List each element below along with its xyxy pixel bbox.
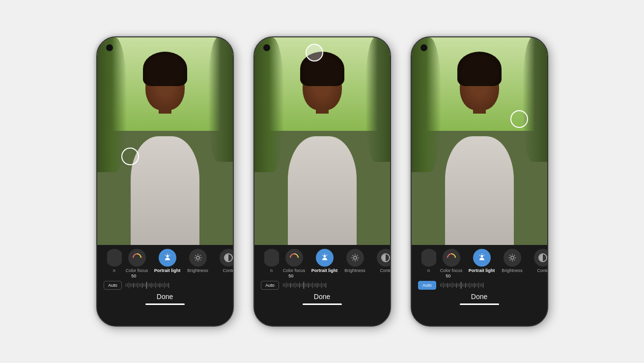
done-line-2 bbox=[303, 303, 342, 305]
phone-container-2: n Color focus bbox=[253, 36, 391, 327]
svg-line-24 bbox=[357, 255, 358, 256]
ctrl-item-colorfocus-3[interactable]: Color focus bbox=[436, 249, 467, 273]
ctrl-icon-brightness-3 bbox=[504, 249, 521, 267]
contrast-icon-1 bbox=[224, 253, 233, 262]
person-hair bbox=[143, 52, 187, 86]
ctrl-item-partial-1: n bbox=[107, 249, 122, 273]
svg-line-10 bbox=[199, 260, 200, 261]
ctrl-label-brightness-1: Brightness bbox=[187, 268, 208, 273]
ctrl-label-contrast-1: Contr bbox=[223, 268, 232, 273]
brightness-icon-3 bbox=[508, 253, 517, 262]
phone-power-button bbox=[233, 106, 234, 133]
done-button-1[interactable]: Done bbox=[157, 293, 173, 301]
ctrl-label-n-2: n bbox=[270, 268, 273, 273]
ctrl-item-contrast-3[interactable]: Contr bbox=[528, 249, 547, 273]
ctrl-item-contrast-2[interactable]: Contr bbox=[370, 249, 390, 273]
ctrl-item-colorfocus-2[interactable]: Color focus bbox=[279, 249, 309, 273]
portrait-light-icon-1 bbox=[163, 253, 172, 263]
slider-track-1[interactable] bbox=[126, 281, 226, 289]
tree-right bbox=[208, 37, 233, 162]
value-row-2: 50 bbox=[261, 273, 383, 278]
svg-line-25 bbox=[352, 260, 353, 261]
svg-point-0 bbox=[166, 255, 168, 257]
svg-line-3 bbox=[165, 255, 166, 255]
svg-line-12 bbox=[195, 260, 196, 261]
auto-button-2[interactable]: Auto bbox=[261, 281, 279, 290]
auto-button-1[interactable]: Auto bbox=[104, 281, 122, 290]
ctrl-icon-brightness-2 bbox=[346, 249, 364, 267]
svg-point-4 bbox=[196, 256, 199, 259]
value-row-1: 50 bbox=[104, 273, 225, 278]
svg-line-11 bbox=[199, 255, 200, 256]
svg-point-26 bbox=[480, 255, 483, 257]
brightness-icon-1 bbox=[194, 253, 202, 262]
ctrl-label-brightness-2: Brightness bbox=[344, 268, 365, 273]
punch-hole-camera-3 bbox=[420, 44, 427, 51]
person-body-3 bbox=[440, 48, 519, 245]
ctrl-icon-portrait-1 bbox=[159, 249, 176, 267]
svg-line-36 bbox=[514, 260, 515, 261]
portrait-light-icon-2 bbox=[320, 253, 330, 263]
ctrl-label-portrait-1: Portrait light bbox=[154, 268, 181, 273]
ctrl-item-brightness-3[interactable]: Brightness bbox=[497, 249, 528, 273]
photo-area-1 bbox=[97, 37, 233, 245]
focus-circle-3[interactable] bbox=[510, 110, 528, 128]
svg-line-16 bbox=[322, 255, 323, 255]
auto-button-3[interactable]: Auto bbox=[418, 281, 436, 290]
colorfocus-icon-3 bbox=[445, 251, 457, 264]
ctrl-item-portrait-3[interactable]: Portrait light bbox=[467, 249, 497, 273]
slider-track-2[interactable] bbox=[283, 281, 383, 289]
ctrl-label-n-1: n bbox=[113, 268, 115, 273]
photo-area-3 bbox=[412, 37, 547, 245]
ticks-3 bbox=[440, 282, 540, 289]
contrast-icon-3 bbox=[538, 253, 547, 262]
focus-circle-2[interactable] bbox=[306, 44, 323, 61]
ctrl-item-contrast-1[interactable]: Contr bbox=[213, 249, 233, 273]
slider-row-1: Auto bbox=[104, 281, 225, 290]
ctrl-icon-brightness-1 bbox=[189, 249, 207, 267]
ctrl-label-portrait-2: Portrait light bbox=[311, 268, 338, 273]
svg-line-35 bbox=[509, 255, 510, 256]
contrast-icon-2 bbox=[381, 253, 390, 262]
done-button-3[interactable]: Done bbox=[471, 293, 487, 301]
ctrl-item-colorfocus-1[interactable]: Color focus bbox=[122, 249, 152, 273]
slider-row-2: Auto bbox=[261, 281, 383, 290]
phone-2: n Color focus bbox=[253, 36, 391, 327]
slider-track-3[interactable] bbox=[440, 281, 540, 289]
svg-line-23 bbox=[357, 260, 358, 261]
phone-1: n Color focus bbox=[96, 36, 234, 327]
control-icons-row-1: n Color focus bbox=[97, 249, 233, 273]
phone-container-1: n Color focus bbox=[96, 36, 234, 327]
colorfocus-icon-2 bbox=[288, 251, 300, 264]
focus-circle-1[interactable] bbox=[121, 148, 139, 165]
ctrl-icon-portrait-3 bbox=[473, 249, 491, 267]
ctrl-label-portrait-3: Portrait light bbox=[469, 268, 495, 273]
ctrl-item-portrait-2[interactable]: Portrait light bbox=[309, 249, 340, 273]
bottom-controls-2: n Color focus bbox=[254, 245, 390, 326]
done-button-2[interactable]: Done bbox=[314, 293, 330, 301]
ctrl-item-portrait-1[interactable]: Portrait light bbox=[152, 249, 183, 273]
photo-area-2 bbox=[254, 37, 390, 245]
ctrl-item-brightness-1[interactable]: Brightness bbox=[183, 249, 213, 273]
ctrl-label-colorfocus-1: Color focus bbox=[126, 268, 148, 273]
svg-line-37 bbox=[514, 255, 515, 256]
slider-value-2: 50 bbox=[288, 273, 293, 278]
phone-screen-1: n Color focus bbox=[97, 37, 233, 326]
ctrl-label-contrast-2: Contr bbox=[380, 268, 390, 273]
phone-3: n Color focus bbox=[411, 36, 548, 327]
ticks-1 bbox=[126, 282, 226, 289]
tree-left-3 bbox=[412, 37, 441, 172]
svg-line-38 bbox=[509, 260, 510, 261]
portrait-light-icon-3 bbox=[477, 253, 487, 263]
phone-power-button-2 bbox=[390, 106, 391, 133]
tree-left-2 bbox=[254, 37, 284, 172]
tree-right-2 bbox=[365, 37, 390, 162]
ctrl-icon-colorfocus-1 bbox=[128, 249, 146, 267]
ctrl-item-brightness-2[interactable]: Brightness bbox=[340, 249, 370, 273]
ctrl-icon-contrast-1 bbox=[220, 249, 233, 267]
slider-value-3: 50 bbox=[446, 273, 450, 278]
ticks-2 bbox=[283, 282, 383, 289]
punch-hole-camera-2 bbox=[263, 44, 270, 51]
control-icons-row-2: n Color focus bbox=[254, 249, 390, 273]
person-shoulders bbox=[131, 136, 199, 244]
